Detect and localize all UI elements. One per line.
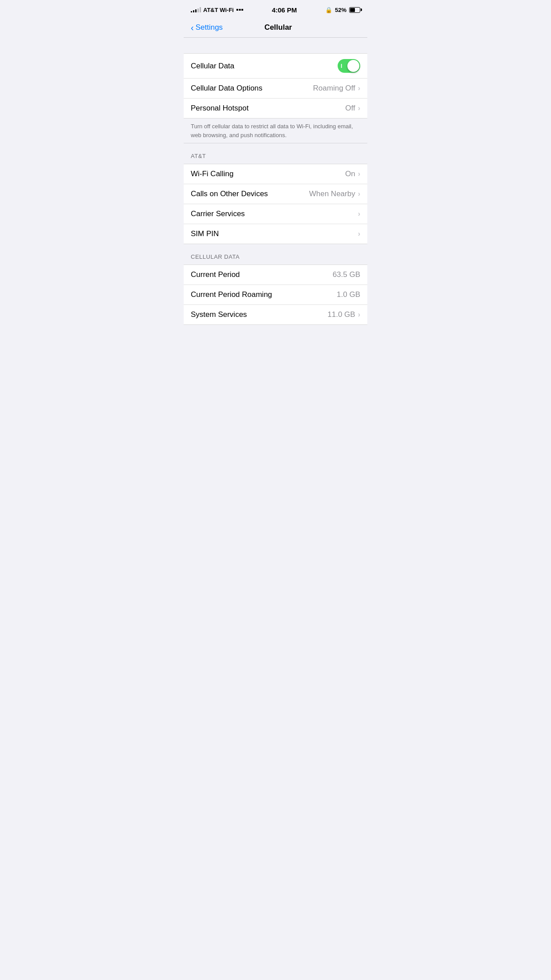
cellular-data-stats-label: CELLULAR DATA: [191, 253, 240, 260]
top-spacer: [184, 38, 367, 53]
cellular-data-stats-group: Current Period 63.5 GB Current Period Ro…: [184, 265, 367, 325]
info-text: Turn off cellular data to restrict all d…: [191, 122, 360, 139]
signal-bar-1: [191, 11, 192, 12]
cellular-data-options-right: Roaming Off ›: [313, 84, 360, 93]
chevron-right-icon-5: ›: [358, 210, 360, 218]
personal-hotspot-row[interactable]: Personal Hotspot Off ›: [184, 99, 367, 118]
info-section: Turn off cellular data to restrict all d…: [184, 119, 367, 143]
current-period-row: Current Period 63.5 GB: [184, 265, 367, 285]
carrier-services-row[interactable]: Carrier Services ›: [184, 204, 367, 224]
chevron-right-icon-7: ›: [358, 311, 360, 319]
toggle-on-label: I: [341, 63, 342, 69]
back-chevron-icon: ‹: [191, 23, 194, 32]
att-settings-group: Wi-Fi Calling On › Calls on Other Device…: [184, 164, 367, 244]
cellular-data-label: Cellular Data: [191, 62, 234, 71]
status-time: 4:06 PM: [272, 6, 297, 14]
lock-icon: 🔒: [325, 7, 332, 13]
wifi-calling-label: Wi-Fi Calling: [191, 170, 233, 178]
cellular-data-stats-header: CELLULAR DATA: [184, 244, 367, 265]
chevron-right-icon-4: ›: [358, 190, 360, 198]
current-period-label: Current Period: [191, 270, 240, 279]
signal-bar-2: [193, 10, 194, 12]
att-header-label: AT&T: [191, 153, 206, 159]
calls-other-devices-label: Calls on Other Devices: [191, 190, 268, 198]
battery-icon: [349, 7, 360, 13]
current-period-roaming-value: 1.0 GB: [337, 290, 360, 299]
chevron-right-icon-6: ›: [358, 230, 360, 238]
system-services-value: 11.0 GB: [327, 310, 355, 319]
carrier-services-right: ›: [358, 210, 360, 218]
wifi-calling-value: On: [345, 170, 355, 178]
nav-bar: ‹ Settings Cellular: [184, 20, 367, 38]
carrier-label: AT&T Wi-Fi: [203, 7, 234, 13]
current-period-right: 63.5 GB: [333, 270, 360, 279]
sim-pin-right: ›: [358, 230, 360, 238]
calls-other-devices-row[interactable]: Calls on Other Devices When Nearby ›: [184, 184, 367, 204]
cellular-data-options-value: Roaming Off: [313, 84, 355, 93]
system-services-right: 11.0 GB ›: [327, 310, 360, 319]
system-services-row[interactable]: System Services 11.0 GB ›: [184, 305, 367, 324]
current-period-roaming-right: 1.0 GB: [337, 290, 360, 299]
cellular-data-options-label: Cellular Data Options: [191, 84, 263, 93]
personal-hotspot-value: Off: [345, 104, 355, 113]
cellular-data-options-row[interactable]: Cellular Data Options Roaming Off ›: [184, 79, 367, 99]
status-right: 🔒 52%: [325, 7, 360, 13]
status-left: AT&T Wi-Fi ▪▪▪: [191, 6, 244, 14]
signal-bar-4: [197, 8, 199, 12]
calls-other-devices-right: When Nearby ›: [309, 190, 360, 198]
sim-pin-label: SIM PIN: [191, 229, 219, 238]
wifi-icon: ▪▪▪: [236, 6, 244, 14]
att-section-header: AT&T: [184, 143, 367, 164]
battery-percent: 52%: [335, 7, 346, 13]
sim-pin-row[interactable]: SIM PIN ›: [184, 224, 367, 244]
current-period-value: 63.5 GB: [333, 270, 360, 279]
back-label: Settings: [196, 23, 223, 32]
signal-bar-5: [200, 7, 201, 12]
cellular-data-group: Cellular Data I Cellular Data Options Ro…: [184, 53, 367, 119]
calls-other-devices-value: When Nearby: [309, 190, 355, 198]
chevron-right-icon: ›: [358, 84, 360, 92]
chevron-right-icon-2: ›: [358, 104, 360, 112]
cellular-data-row: Cellular Data I: [184, 54, 367, 79]
page-title: Cellular: [223, 23, 334, 32]
current-period-roaming-label: Current Period Roaming: [191, 290, 272, 299]
wifi-calling-row[interactable]: Wi-Fi Calling On ›: [184, 164, 367, 184]
system-services-label: System Services: [191, 310, 247, 319]
current-period-roaming-row: Current Period Roaming 1.0 GB: [184, 285, 367, 305]
personal-hotspot-right: Off ›: [345, 104, 360, 113]
battery-fill: [350, 8, 355, 12]
status-bar: AT&T Wi-Fi ▪▪▪ 4:06 PM 🔒 52%: [184, 0, 367, 20]
carrier-services-label: Carrier Services: [191, 209, 245, 218]
signal-bars: [191, 7, 201, 12]
signal-bar-3: [195, 9, 197, 12]
cellular-data-toggle[interactable]: I: [338, 59, 360, 73]
personal-hotspot-label: Personal Hotspot: [191, 104, 248, 113]
wifi-calling-right: On ›: [345, 170, 360, 178]
toggle-knob: [347, 60, 359, 72]
chevron-right-icon-3: ›: [358, 170, 360, 178]
back-button[interactable]: ‹ Settings: [191, 23, 223, 32]
